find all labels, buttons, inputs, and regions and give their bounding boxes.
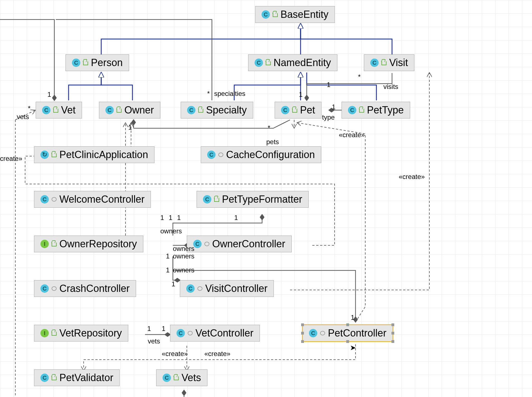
- class-icon: [348, 106, 356, 114]
- class-name: CacheConfiguration: [226, 149, 315, 161]
- node-specialty[interactable]: Specialty: [181, 102, 253, 118]
- resize-handle[interactable]: [301, 323, 304, 326]
- node-cache-config[interactable]: CacheConfiguration: [201, 146, 321, 163]
- mult-label: 1: [128, 124, 132, 131]
- node-vet-ctrl[interactable]: VetController: [170, 325, 260, 342]
- mult-label: 1: [234, 214, 238, 222]
- role-label: owners: [173, 266, 194, 274]
- scope-open-icon: [381, 61, 386, 65]
- role-label: owners: [160, 227, 182, 235]
- class-icon: [40, 284, 49, 293]
- class-name: Visit: [389, 57, 408, 69]
- class-icon: [176, 329, 185, 337]
- class-name: BaseEntity: [280, 9, 328, 20]
- class-name: CrashController: [59, 283, 130, 294]
- node-owner-ctrl[interactable]: OwnerController: [187, 236, 292, 252]
- scope-open-icon: [273, 13, 278, 17]
- class-icon: [281, 106, 289, 114]
- role-label: visits: [383, 83, 398, 91]
- class-name: VetRepository: [59, 327, 122, 339]
- node-petclinic-app[interactable]: PetClinicApplication: [34, 146, 154, 163]
- scope-open-icon: [174, 376, 179, 380]
- resize-handle[interactable]: [346, 323, 349, 326]
- node-pet[interactable]: Pet: [275, 102, 321, 118]
- node-owner-repo[interactable]: OwnerRepository: [34, 236, 143, 252]
- resize-handle[interactable]: [391, 323, 394, 326]
- scope-pkg-icon: [197, 286, 202, 291]
- mult-label: 1: [166, 252, 170, 260]
- interface-icon: [40, 329, 49, 337]
- class-icon: [40, 195, 49, 204]
- node-pet-ctrl[interactable]: PetController: [303, 325, 393, 342]
- resize-handle[interactable]: [346, 340, 349, 343]
- node-crash-ctrl[interactable]: CrashController: [34, 280, 136, 297]
- role-label: specialties: [214, 90, 245, 98]
- class-name: OwnerRepository: [59, 238, 137, 250]
- role-label: vets: [17, 113, 29, 121]
- class-icon: [207, 151, 216, 159]
- class-name: Vet: [61, 104, 76, 116]
- class-icon: [186, 284, 195, 293]
- resize-handle[interactable]: [301, 340, 304, 343]
- scope-open-icon: [52, 243, 57, 246]
- node-base-entity[interactable]: BaseEntity: [255, 6, 335, 23]
- mult-label: 1: [162, 325, 165, 333]
- class-icon: [72, 59, 80, 67]
- mult-label: 1: [47, 91, 51, 98]
- resize-handle[interactable]: [391, 340, 394, 343]
- class-name: PetClinicApplication: [59, 149, 148, 161]
- class-icon: [203, 195, 211, 204]
- stereotype-label: «create»: [339, 131, 365, 139]
- resize-handle[interactable]: [301, 332, 304, 335]
- node-owner[interactable]: Owner: [99, 102, 160, 118]
- mult-label: 1: [147, 325, 151, 333]
- role-label: pets: [266, 138, 279, 146]
- scope-open-icon: [198, 109, 203, 113]
- class-icon: [187, 106, 195, 114]
- class-name: WelcomeController: [59, 193, 144, 205]
- class-name: Owner: [124, 104, 154, 116]
- scope-pkg-icon: [52, 286, 57, 291]
- node-vet-repo[interactable]: VetRepository: [34, 325, 128, 342]
- class-name: PetType: [367, 104, 404, 116]
- scope-open-icon: [292, 109, 297, 113]
- node-vets[interactable]: Vets: [156, 369, 207, 386]
- mult-label: *: [28, 105, 30, 112]
- class-name: OwnerController: [212, 238, 285, 250]
- resize-handle[interactable]: [391, 332, 394, 335]
- class-name: PetValidator: [59, 372, 113, 384]
- scope-pkg-icon: [188, 331, 193, 335]
- role-label: type: [322, 113, 335, 121]
- class-name: Vets: [182, 372, 201, 384]
- node-visit[interactable]: Visit: [364, 54, 414, 71]
- class-icon: [105, 106, 114, 114]
- node-person[interactable]: Person: [66, 54, 129, 71]
- class-name: VetController: [195, 327, 253, 339]
- node-pet-type[interactable]: PetType: [342, 102, 410, 118]
- mult-label: 1: [351, 314, 354, 321]
- stereotype-label: «create»: [162, 350, 188, 358]
- stereotype-label: «create»: [399, 173, 425, 181]
- diagram-canvas[interactable]: BaseEntity Person NamedEntity Visit Vet …: [0, 0, 532, 397]
- scope-pkg-icon: [218, 152, 223, 157]
- class-icon: [193, 240, 202, 248]
- role-label: owners: [173, 252, 194, 260]
- node-visit-ctrl[interactable]: VisitController: [180, 280, 274, 297]
- mult-label: 1: [177, 214, 181, 222]
- scope-pkg-icon: [52, 197, 57, 202]
- class-name: VisitController: [205, 283, 267, 294]
- runnable-icon: [40, 151, 49, 159]
- class-icon: [40, 374, 49, 382]
- class-name: PetController: [328, 327, 386, 339]
- class-icon: [42, 106, 50, 114]
- class-name: NamedEntity: [274, 57, 331, 69]
- node-vet[interactable]: Vet: [36, 102, 82, 118]
- class-icon: [370, 59, 379, 67]
- node-pettype-fmt[interactable]: PetTypeFormatter: [197, 191, 309, 208]
- node-welcome-ctrl[interactable]: WelcomeController: [34, 191, 151, 208]
- scope-pkg-icon: [204, 242, 209, 246]
- node-pet-validator[interactable]: PetValidator: [34, 369, 120, 386]
- class-name: PetTypeFormatter: [222, 193, 302, 205]
- stereotype-label: create»: [0, 155, 22, 163]
- node-named-entity[interactable]: NamedEntity: [248, 54, 337, 71]
